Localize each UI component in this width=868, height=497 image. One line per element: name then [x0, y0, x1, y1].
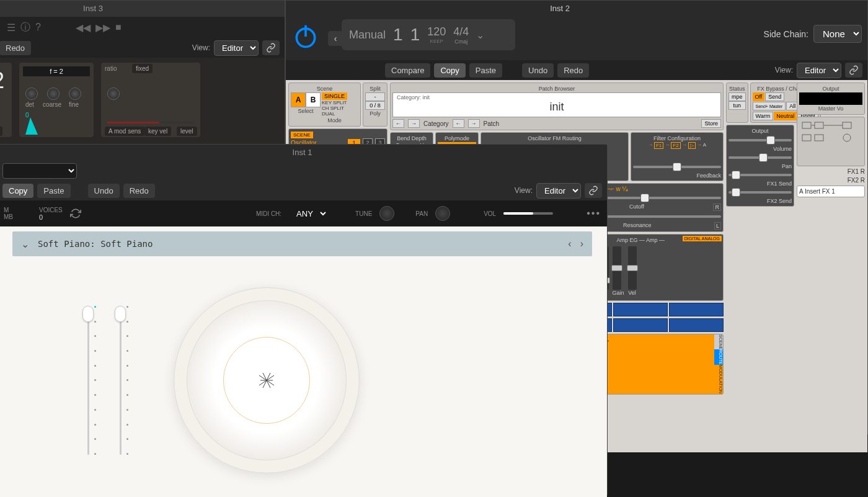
- mod-src-12[interactable]: [669, 318, 724, 332]
- voices-readout: VOICES 0: [39, 207, 63, 221]
- redo-button[interactable]: Redo: [557, 63, 589, 78]
- char-warm[interactable]: Warm: [753, 112, 774, 120]
- preset-select[interactable]: [2, 163, 77, 179]
- info-icon[interactable]: ⓘ: [20, 21, 30, 34]
- mod-src-6[interactable]: [669, 303, 724, 316]
- paste-button[interactable]: Paste: [37, 184, 70, 198]
- fx-sendmaster[interactable]: Send+ Master: [753, 102, 786, 110]
- redo-button[interactable]: Redo: [123, 184, 155, 198]
- ratio-knob-2[interactable]: [107, 87, 120, 100]
- prev-preset-icon[interactable]: ‹: [328, 31, 343, 46]
- fader-1[interactable]: [84, 306, 92, 455]
- cat-next-icon[interactable]: →: [408, 119, 420, 128]
- store-button[interactable]: Store: [701, 119, 721, 128]
- fm-operator-1: ratio fixed 2 A mod sens key vel level: [0, 63, 12, 137]
- output-box: Output Volume Pan FX1 Send FX2 Send: [726, 125, 794, 207]
- rewind-icon[interactable]: ◀◀: [76, 22, 91, 34]
- split-box: Split - 0 / 8 Poly: [363, 83, 388, 127]
- redo-button[interactable]: Redo: [0, 41, 31, 55]
- fine-knob[interactable]: [69, 87, 81, 100]
- coarse-knob[interactable]: [47, 87, 60, 100]
- fader-2[interactable]: [117, 306, 124, 455]
- power-icon[interactable]: [292, 23, 323, 54]
- patch-next-icon[interactable]: →: [468, 119, 480, 128]
- undo-button[interactable]: Undo: [88, 184, 120, 198]
- fm-operator-2: ratio fixed A mod sens key vel level: [101, 63, 200, 137]
- compare-button[interactable]: Compare: [385, 63, 430, 78]
- pan-slider[interactable]: [728, 152, 792, 163]
- tab-scene[interactable]: SCENE: [714, 334, 723, 349]
- undo-button[interactable]: Undo: [522, 63, 554, 78]
- cat-prev-icon[interactable]: ←: [392, 119, 404, 128]
- svg-rect-6: [802, 135, 811, 141]
- mpe-button[interactable]: mpe: [728, 92, 746, 101]
- fixed-button-2[interactable]: fixed: [132, 64, 153, 73]
- preset-next-icon[interactable]: ›: [580, 238, 583, 249]
- svg-rect-3: [802, 122, 811, 128]
- paste-button[interactable]: Paste: [469, 63, 502, 78]
- split-val2[interactable]: 0 / 8: [365, 101, 385, 110]
- sidechain-control: Side Chain: None: [764, 25, 862, 43]
- char-neutral[interactable]: Neutral: [774, 112, 797, 120]
- titlebar-inst2[interactable]: Inst 2: [286, 1, 867, 17]
- fx2-slider[interactable]: [728, 187, 792, 198]
- view-select[interactable]: Editor: [536, 183, 581, 199]
- help-icon[interactable]: ?: [35, 22, 41, 33]
- copy-button[interactable]: Copy: [2, 184, 33, 198]
- mod-src-11[interactable]: [613, 318, 668, 332]
- aeg-vel[interactable]: [628, 246, 637, 290]
- pan-knob[interactable]: [435, 206, 450, 221]
- reload-icon[interactable]: [70, 208, 81, 219]
- preset-name: Soft Piano: Soft Piano: [38, 239, 153, 249]
- link-icon[interactable]: [262, 40, 280, 55]
- level-label: level: [0, 127, 2, 136]
- det-knob[interactable]: [25, 87, 38, 100]
- svg-point-8: [843, 134, 851, 141]
- chevron-down-icon[interactable]: ⌄: [476, 29, 484, 41]
- scene-box: Scene A B Select SINGLE KEY SPLIT: [288, 83, 361, 127]
- tun-button[interactable]: tun: [728, 101, 746, 110]
- preset-expand-icon[interactable]: ⌄: [21, 238, 29, 250]
- more-icon[interactable]: •••: [587, 208, 601, 219]
- sidechain-select[interactable]: None: [813, 25, 862, 43]
- fx-routing-diagram: [799, 119, 861, 163]
- volume-slider[interactable]: [728, 135, 792, 146]
- feedback-slider[interactable]: [633, 161, 721, 172]
- link-icon[interactable]: [845, 63, 862, 78]
- preset-prev-icon[interactable]: ‹: [568, 238, 571, 249]
- fx-routing-box: [797, 117, 865, 166]
- scene-single[interactable]: SINGLE: [322, 92, 347, 100]
- forward-icon[interactable]: ▶▶: [95, 22, 110, 34]
- tab-modulation[interactable]: MODULATION: [714, 365, 723, 394]
- volume-slider[interactable]: [503, 212, 553, 215]
- patch-name-field[interactable]: Category: init init: [392, 92, 721, 117]
- tune-knob[interactable]: [379, 206, 394, 221]
- link-icon[interactable]: [585, 183, 602, 198]
- fx1-slider[interactable]: [728, 169, 792, 181]
- fx-off[interactable]: Off: [753, 92, 765, 101]
- titlebar-inst3[interactable]: Inst 3: [0, 1, 285, 17]
- mod-src-5[interactable]: [613, 303, 668, 316]
- view-select[interactable]: Editor: [797, 63, 841, 78]
- output-master-box: Output Master Vo: [797, 83, 865, 115]
- fx-send[interactable]: Send: [765, 92, 784, 101]
- svg-rect-5: [843, 122, 851, 128]
- filter-config-box: Filter Configuration →F1→ F2→ ▷→ A Feedb…: [631, 132, 724, 181]
- midi-ch-select[interactable]: ANY: [289, 207, 328, 221]
- insert-fx-box[interactable]: A Insert FX 1: [797, 186, 865, 197]
- scene-b-button[interactable]: B: [306, 92, 321, 107]
- titlebar-inst1[interactable]: Inst 1: [0, 145, 607, 161]
- fm-graph: f = 2 det coarse fine 0: [19, 63, 94, 137]
- main-dial[interactable]: [174, 287, 360, 473]
- window-inst1: Inst 1 Copy Paste Undo Redo View: Editor…: [0, 144, 608, 497]
- scene-a-button[interactable]: A: [291, 92, 306, 107]
- split-val1[interactable]: -: [365, 92, 385, 101]
- aeg-gain[interactable]: [613, 246, 621, 290]
- mem-readout: M MB: [4, 207, 13, 220]
- stop-icon[interactable]: ■: [115, 22, 122, 33]
- list-icon[interactable]: ☰: [7, 22, 16, 34]
- tab-route[interactable]: ROUTE: [714, 349, 723, 365]
- copy-button[interactable]: Copy: [434, 63, 465, 78]
- view-select[interactable]: Editor: [214, 40, 259, 56]
- patch-prev-icon[interactable]: ←: [453, 119, 464, 128]
